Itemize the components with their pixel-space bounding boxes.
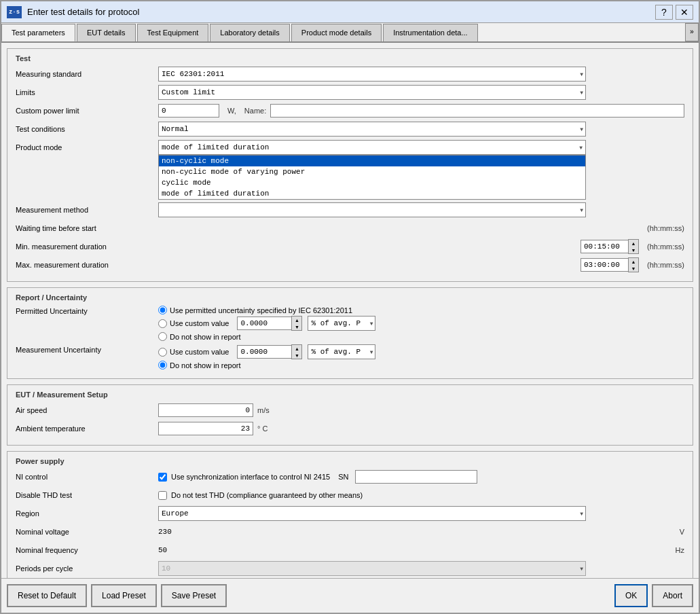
test-section: Test Measuring standard IEC 62301:2011 L…: [7, 48, 693, 282]
tab-product-mode-details[interactable]: Product mode details: [291, 24, 382, 42]
save-preset-button[interactable]: Save Preset: [161, 584, 227, 607]
test-conditions-label: Test conditions: [16, 125, 158, 133]
nominal-frequency-value: 50: [158, 546, 671, 554]
close-button[interactable]: ✕: [676, 5, 693, 20]
measurement-radio-2-label: Do not show in report: [170, 361, 241, 369]
test-conditions-select[interactable]: Normal: [158, 122, 586, 137]
nominal-frequency-unit: Hz: [676, 546, 684, 554]
product-mode-option-cyclic[interactable]: cyclic mode: [159, 177, 585, 188]
ok-button[interactable]: OK: [614, 584, 648, 607]
nominal-voltage-label: Nominal voltage: [16, 528, 158, 536]
nominal-voltage-unit: V: [680, 528, 684, 536]
ni-control-checkbox[interactable]: [158, 473, 167, 482]
periods-per-cycle-select[interactable]: 10: [158, 561, 586, 576]
bottom-bar: Reset to Default Load Preset Save Preset…: [1, 578, 699, 613]
max-measurement-row: Max. measurement duration ▲ ▼ (hh:mm:ss): [16, 257, 684, 272]
disable-thd-checkbox-row: Do not test THD (compliance guaranteed b…: [158, 491, 363, 500]
permitted-custom-down[interactable]: ▼: [292, 323, 301, 330]
nominal-frequency-row: Nominal frequency 50 Hz: [16, 543, 684, 558]
measurement-custom-down[interactable]: ▼: [292, 352, 301, 359]
permitted-custom-input[interactable]: [237, 317, 291, 330]
ni-control-text: Use synchronization interface to control…: [171, 473, 330, 481]
waiting-time-label: Waiting time before start: [16, 224, 158, 232]
product-mode-dropdown-list: non-cyclic mode non-cyclic mode of varyi…: [158, 155, 586, 200]
min-measurement-input[interactable]: [581, 240, 628, 253]
ni-control-label: NI control: [16, 473, 158, 481]
product-mode-option-limited[interactable]: mode of limited duration: [159, 188, 585, 199]
disable-thd-label: Disable THD test: [16, 491, 158, 499]
waiting-time-row: Waiting time before start (hh:mm:ss): [16, 221, 684, 236]
eut-section-title: EUT / Measurement Setup: [16, 391, 684, 399]
measurement-option-2-row: Do not show in report: [158, 361, 684, 369]
region-select[interactable]: Europe: [158, 506, 586, 521]
sn-input[interactable]: [355, 470, 477, 484]
max-measurement-spinner: ▲ ▼: [581, 257, 639, 272]
limits-select[interactable]: Custom limit: [158, 85, 586, 100]
measurement-method-select[interactable]: [158, 202, 586, 217]
report-section: Report / Uncertainty Permitted Uncertain…: [7, 287, 693, 379]
air-speed-input[interactable]: [158, 403, 253, 417]
nominal-voltage-value: 230: [158, 528, 676, 536]
air-speed-label: Air speed: [16, 406, 158, 414]
help-button[interactable]: ?: [655, 5, 673, 20]
tab-instrumentation-details[interactable]: Instrumentation deta...: [383, 24, 477, 42]
tab-eut-details[interactable]: EUT details: [77, 24, 136, 42]
permitted-radio-2[interactable]: [158, 319, 167, 328]
tab-laboratory-details[interactable]: Laboratory details: [210, 24, 289, 42]
limits-row: Limits Custom limit: [16, 85, 684, 100]
product-mode-dropdown[interactable]: mode of limited duration ▼: [158, 140, 586, 155]
permitted-option-1-row: Use permitted uncertainty specified by I…: [158, 306, 684, 314]
max-measurement-up[interactable]: ▲: [629, 258, 638, 265]
permitted-radio-1[interactable]: [158, 306, 167, 314]
min-measurement-up[interactable]: ▲: [629, 240, 638, 247]
max-measurement-buttons: ▲ ▼: [628, 257, 639, 272]
permitted-custom-up[interactable]: ▲: [292, 317, 301, 323]
custom-power-input[interactable]: [158, 104, 219, 118]
waiting-time-unit: (hh:mm:ss): [647, 224, 684, 232]
measurement-unit-select[interactable]: % of avg. P: [308, 344, 375, 359]
abort-button[interactable]: Abort: [652, 584, 693, 607]
product-mode-option-noncyclic[interactable]: non-cyclic mode: [159, 156, 585, 166]
nominal-voltage-row: Nominal voltage 230 V: [16, 524, 684, 539]
ambient-temp-input[interactable]: [158, 422, 253, 435]
measurement-radio-1[interactable]: [158, 348, 167, 357]
max-measurement-input[interactable]: [581, 258, 628, 272]
min-measurement-down[interactable]: ▼: [629, 247, 638, 253]
measurement-custom-spinner: ▲ ▼: [237, 344, 302, 359]
tab-overflow-button[interactable]: »: [685, 23, 699, 41]
disable-thd-checkbox[interactable]: [158, 491, 167, 500]
permitted-radio-2-label: Use custom value: [170, 319, 229, 327]
measuring-standard-select[interactable]: IEC 62301:2011: [158, 67, 586, 82]
ni-control-row: NI control Use synchronization interface…: [16, 469, 684, 484]
max-measurement-down[interactable]: ▼: [629, 265, 638, 272]
power-section: Power supply NI control Use synchronizat…: [7, 451, 693, 578]
min-measurement-spinner: ▲ ▼: [581, 239, 639, 254]
reset-button[interactable]: Reset to Default: [7, 584, 87, 607]
app-logo: z·s: [7, 6, 22, 18]
product-mode-label: Product mode: [16, 143, 158, 151]
custom-power-row: Custom power limit W, Name:: [16, 103, 684, 118]
permitted-radio-3[interactable]: [158, 332, 167, 341]
tab-bar: Test parameters EUT details Test Equipme…: [1, 23, 699, 43]
measurement-radio-2[interactable]: [158, 361, 167, 369]
region-label: Region: [16, 509, 158, 518]
measurement-custom-input[interactable]: [237, 345, 291, 359]
limits-label: Limits: [16, 88, 158, 96]
product-mode-option-noncyclic-varying[interactable]: non-cyclic mode of varying power: [159, 166, 585, 177]
measurement-method-row: Measurement method: [16, 202, 684, 217]
tab-test-parameters[interactable]: Test parameters: [1, 24, 75, 42]
air-speed-row: Air speed m/s: [16, 403, 684, 418]
disable-thd-text: Do not test THD (compliance guaranteed b…: [171, 491, 363, 499]
ambient-temp-row: Ambient temperature ° C: [16, 421, 684, 436]
permitted-custom-spinner: ▲ ▼: [237, 316, 302, 331]
measurement-custom-up[interactable]: ▲: [292, 345, 301, 352]
permitted-uncertainty-label: Permitted Uncertainty: [16, 306, 158, 315]
permitted-unit-select[interactable]: % of avg. P: [308, 316, 375, 331]
tab-test-equipment[interactable]: Test Equipment: [137, 24, 209, 42]
sn-label: SN: [338, 473, 348, 481]
name-input[interactable]: [270, 104, 684, 118]
periods-per-cycle-label: Periods per cycle: [16, 564, 158, 573]
name-label-text: Name:: [244, 107, 266, 115]
custom-power-label: Custom power limit: [16, 107, 158, 115]
load-preset-button[interactable]: Load Preset: [91, 584, 157, 607]
